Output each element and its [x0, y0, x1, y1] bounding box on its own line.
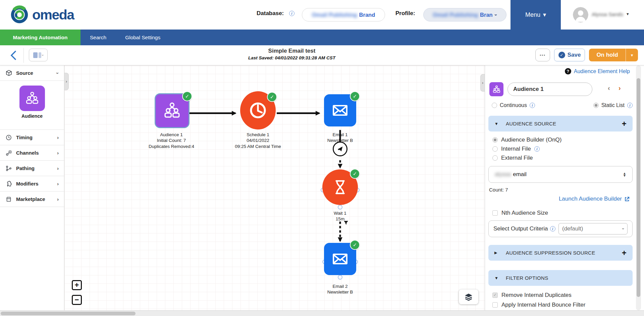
info-icon[interactable]: i [534, 146, 540, 152]
launch-audience-builder-link[interactable]: Launch Audience Builder [559, 196, 630, 202]
add-suppression-button[interactable]: + [622, 249, 627, 257]
paper-plane-icon [336, 145, 344, 153]
primary-nav: Marketing Automation Search Global Setti… [0, 30, 644, 45]
info-icon[interactable]: i [627, 103, 633, 108]
query-name-clear: email [513, 171, 527, 178]
user-name: Alyssa Sands [592, 11, 623, 17]
tab-search[interactable]: Search [80, 30, 116, 45]
more-options-button[interactable]: ••• [535, 49, 550, 61]
audience-element-help-link[interactable]: ? Audience Element Help [565, 68, 630, 74]
workflow-canvas[interactable]: › › [64, 65, 485, 316]
node-label: Email 2Newsletter B [307, 283, 374, 295]
save-button[interactable]: ✓ Save [554, 49, 585, 61]
connector-layer [64, 65, 485, 316]
palette-item-label: Audience [21, 113, 43, 119]
sidebar-item-timing[interactable]: Timing › [0, 130, 64, 145]
canvas-horizontal-scrollbar-thumb[interactable] [1, 312, 136, 315]
node-email-2[interactable]: ✓ [324, 243, 356, 275]
sidebar-item-modifiers[interactable]: Modifiers › [0, 176, 64, 192]
caret-right-icon: ▶ [494, 251, 506, 255]
profile-label: Profile: [395, 10, 415, 17]
profile-select[interactable]: Omail Publishing Bran › [423, 8, 506, 21]
internal-file-radio[interactable] [492, 146, 498, 152]
query-name-blurred: alyssa [495, 171, 511, 178]
cube-icon [5, 70, 12, 76]
omeda-logo-icon [10, 5, 29, 24]
audience-builder-radio[interactable] [492, 137, 498, 143]
audience-query-select[interactable]: alyssa email ▲▼ [488, 166, 633, 183]
database-info-icon[interactable]: i [289, 11, 294, 16]
info-icon[interactable]: i [550, 226, 555, 231]
zoom-in-button[interactable]: + [72, 280, 82, 290]
sidebar-item-pathing[interactable]: Pathing › [0, 161, 64, 176]
caret-down-icon: ▼ [494, 276, 506, 280]
node-label: Wait 115m [322, 210, 358, 222]
zoom-out-button[interactable]: − [72, 295, 82, 305]
launch-link-label: Launch Audience Builder [559, 196, 622, 202]
element-sidebar: Source › Audience [0, 65, 64, 316]
channels-icon [5, 150, 12, 156]
status-dropdown-button[interactable]: On hold ▾ [589, 49, 638, 61]
panel-scrollbar-thumb[interactable] [637, 78, 640, 297]
audience-source-section-header[interactable]: ▼ AUDIENCE SOURCE + [488, 116, 633, 131]
caret-down-icon[interactable]: ▾ [626, 49, 638, 61]
panel-scrollbar[interactable] [636, 65, 641, 310]
node-schedule-1[interactable]: ✓ [240, 91, 276, 129]
next-element-button[interactable]: › [619, 84, 621, 92]
layers-button[interactable] [459, 289, 478, 304]
node-wait-1[interactable]: ✓ [322, 169, 358, 205]
sort-arrows-icon: ▲▼ [623, 172, 626, 177]
menu-button[interactable]: Menu ▾ [511, 0, 561, 30]
continuous-radio[interactable] [492, 103, 497, 108]
audience-palette-tile[interactable] [19, 86, 45, 111]
remove-internal-duplicates-checkbox[interactable] [492, 293, 498, 298]
sidebar-item-source[interactable]: Source › [0, 65, 64, 81]
external-file-radio[interactable] [492, 155, 498, 161]
collapse-panel-handle[interactable]: › [480, 74, 485, 92]
audience-source-options: Audience Builder (OnQ) Internal File i E… [492, 137, 561, 161]
collapse-sidebar-handle[interactable]: › [64, 73, 69, 90]
database-value-pill: Omail Publishing Brand [302, 8, 385, 21]
tab-marketing-automation[interactable]: Marketing Automation [0, 30, 80, 45]
brand-name: omeda [32, 7, 74, 23]
add-source-button[interactable]: + [622, 120, 627, 128]
valid-check-badge: ✓ [182, 91, 192, 101]
back-button[interactable] [8, 49, 19, 61]
nth-audience-size-checkbox[interactable] [492, 210, 498, 216]
database-label: Database: [257, 10, 284, 17]
sidebar-item-label: Channels [16, 150, 39, 156]
node-email-1[interactable]: ✓ [324, 94, 356, 126]
continuous-label: Continuous [500, 102, 527, 108]
clock-icon [248, 100, 268, 121]
tab-global-settings[interactable]: Global Settings [116, 30, 170, 45]
canvas-horizontal-scrollbar[interactable] [0, 310, 644, 316]
previous-element-button[interactable]: ‹ [608, 84, 610, 92]
send-indicator[interactable] [333, 142, 347, 156]
output-criteria-select[interactable]: (default) › [558, 223, 628, 234]
output-criteria-value: (default) [562, 225, 583, 232]
menu-label: Menu [525, 11, 540, 18]
filter-options-section-header[interactable]: ▼ FILTER OPTIONS [488, 270, 633, 286]
hourglass-icon [331, 178, 350, 197]
sidebar-item-label: Source [16, 70, 33, 76]
user-menu-caret-icon[interactable]: ▾ [627, 11, 629, 16]
layout-view-button[interactable]: › [29, 49, 48, 61]
status-badge[interactable]: On hold [589, 49, 626, 61]
apply-hard-bounce-filter-checkbox[interactable] [492, 302, 498, 308]
chevron-right-icon: › [57, 135, 59, 140]
node-label: Schedule 104/01/202209:25 AM Central Tim… [224, 132, 291, 149]
chevron-right-icon: › [57, 181, 59, 187]
sidebar-item-channels[interactable]: Channels › [0, 145, 64, 161]
element-name-input[interactable] [507, 83, 592, 96]
audience-suppression-section-header[interactable]: ▶ AUDIENCE SUPPRESSION SOURCE + [488, 245, 633, 261]
sidebar-item-marketplace[interactable]: Marketplace › [0, 192, 64, 207]
remove-internal-duplicates-label: Remove Internal Duplicates [501, 292, 572, 299]
panel-layout-icon [33, 52, 38, 58]
user-avatar[interactable] [573, 7, 588, 22]
database-value-clear: Brand [359, 12, 375, 18]
info-icon[interactable]: i [530, 103, 535, 108]
node-audience-1[interactable]: ✓ [155, 93, 190, 128]
static-list-radio[interactable] [593, 103, 599, 108]
puzzle-icon [5, 180, 12, 187]
help-link-label: Audience Element Help [574, 68, 630, 74]
